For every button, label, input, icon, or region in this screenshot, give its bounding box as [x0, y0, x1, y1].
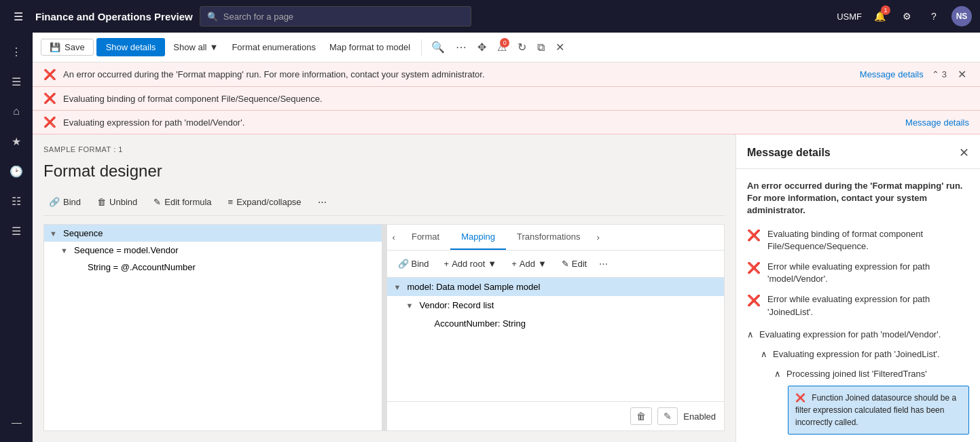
search-icon: 🔍 [207, 12, 218, 22]
error-close-btn[interactable]: ✕ [955, 68, 969, 81]
notification-icon-btn[interactable]: ⚠ 0 [493, 37, 511, 58]
sidebar-workspaces[interactable]: ☷ [3, 187, 30, 215]
status-text: Enabled [683, 411, 716, 422]
help-button[interactable]: ? [924, 7, 943, 26]
collapse-chevron-up-1: ∧ [747, 329, 754, 339]
rp-add-label: Add [520, 259, 535, 269]
tree-item-sequence[interactable]: ▼ Sequence [44, 225, 382, 242]
error-counter: ⌃ 3 [932, 69, 947, 79]
edit-icon: ✎ [153, 197, 161, 207]
message-details-link-1[interactable]: Message details [860, 69, 924, 79]
error-text-3: Evaluating expression for path 'model/Ve… [63, 117, 899, 128]
collapse-chevron-nested-2: ∧ [774, 369, 781, 379]
nav-right: USMF 🔔 1 ⚙ ? NS [837, 6, 972, 26]
link-icon: 🔗 [49, 197, 60, 207]
tree-item-string[interactable]: String = @.AccountNumber [44, 259, 382, 276]
error-row-2: ❌ Evaluating binding of format component… [33, 87, 980, 111]
settings-icon-btn[interactable]: ✥ [473, 37, 490, 58]
designer-area: SAMPLE FORMAT : 1 Format designer 🔗 Bind… [33, 134, 736, 442]
edit-formula-btn[interactable]: ✎ Edit formula [148, 194, 217, 210]
sidebar-list[interactable]: ☰ [3, 217, 30, 244]
msg-error-1: ❌ Evaluating binding of format component… [747, 228, 969, 253]
nested-processing-header[interactable]: ∧ Processing joined list 'FilteredTrans' [774, 366, 969, 382]
model-item-label-account: AccountNumber: String [435, 318, 526, 329]
map-format-button[interactable]: Map format to model [324, 38, 416, 56]
rp-edit-btn[interactable]: ✎ Edit [556, 256, 592, 272]
tree-item-sequence-vendor[interactable]: ▼ Sequence = model.Vendor [44, 242, 382, 259]
dropdown-arrow-2: ▼ [488, 259, 496, 269]
message-panel-title: Message details [747, 147, 831, 159]
msg-error-icon-2: ❌ [747, 261, 761, 274]
search-placeholder: Search for a page [223, 12, 293, 22]
model-item-root[interactable]: ▼ model: Data model Sample model [387, 278, 725, 296]
sidebar-filter[interactable]: ⸻ [3, 409, 30, 437]
sidebar-home-btn[interactable]: ⌂ [3, 98, 30, 125]
rp-bind-label: Bind [412, 259, 429, 269]
show-all-label: Show all [173, 42, 206, 52]
settings-button[interactable]: ⚙ [897, 7, 916, 26]
show-all-button[interactable]: Show all ▼ [168, 38, 223, 56]
model-item-accountnumber[interactable]: AccountNumber: String [387, 314, 725, 333]
rp-add-root-label: Add root [452, 259, 485, 269]
collapse-header-1[interactable]: ∧ Evaluating expression for path 'model/… [747, 327, 969, 342]
message-details-link-3[interactable]: Message details [905, 117, 969, 128]
search-icon-btn[interactable]: 🔍 [427, 37, 449, 58]
close-btn[interactable]: ✕ [551, 37, 568, 58]
toolbar-separator [421, 39, 422, 56]
msg-error-text-2: Error while evaluating expression for pa… [767, 261, 969, 285]
rp-add-root-btn[interactable]: + Add root ▼ [439, 256, 503, 272]
sidebar-recent[interactable]: 🕑 [3, 158, 30, 185]
sidebar-nav[interactable]: ☰ [3, 68, 30, 95]
tab-nav-left[interactable]: ‹ [387, 227, 401, 248]
expand-icon: ≡ [228, 197, 234, 207]
tab-transformations[interactable]: Transformations [506, 225, 591, 250]
msg-error-icon-1: ❌ [747, 229, 761, 242]
edit-pencil-btn[interactable]: ✎ [657, 407, 678, 425]
main-layout: ⋮ ☰ ⌂ ★ 🕑 ☷ ☰ ⸻ 💾 Save Show details Show… [0, 33, 980, 442]
more-options-designer[interactable]: ⋯ [312, 194, 332, 210]
edit-formula-label: Edit formula [164, 197, 211, 207]
rp-more-btn[interactable]: ⋯ [596, 256, 611, 272]
more-options-btn[interactable]: ⋯ [452, 37, 471, 58]
save-button[interactable]: 💾 Save [41, 39, 94, 56]
rp-add-btn[interactable]: + Add ▼ [506, 256, 552, 272]
tab-nav-right[interactable]: › [591, 227, 604, 248]
refresh-btn[interactable]: ↻ [513, 37, 530, 58]
plus-icon-2: + [511, 259, 517, 269]
highlight-box-wrapper: ❌ Function Joined datasource should be a… [774, 386, 969, 435]
avatar[interactable]: NS [951, 6, 972, 26]
region-label: USMF [837, 12, 862, 22]
tab-format[interactable]: Format [401, 225, 450, 250]
delete-icon-btn[interactable]: 🗑 [630, 407, 652, 425]
search-bar[interactable]: 🔍 Search for a page [200, 6, 471, 26]
edit-icon-2: ✎ [562, 259, 569, 269]
msg-error-text-3: Error while evaluating expression for pa… [767, 293, 969, 318]
collapse-label-nested: Evaluating expression for path 'JoinedLi… [773, 349, 940, 359]
expand-collapse-btn[interactable]: ≡ Expand/collapse [223, 194, 307, 210]
unbind-btn[interactable]: 🗑 Unbind [92, 194, 143, 210]
rp-toolbar: 🔗 Bind + Add root ▼ + Add ▼ [387, 251, 725, 278]
designer-toolbar: 🔗 Bind 🗑 Unbind ✎ Edit formula ≡ Expand/… [43, 189, 725, 216]
top-navigation: ☰ Finance and Operations Preview 🔍 Searc… [0, 0, 980, 33]
tree-item-label-string: String = @.AccountNumber [88, 262, 196, 272]
hamburger-menu[interactable]: ☰ [8, 10, 29, 23]
message-panel-close-btn[interactable]: ✕ [959, 145, 969, 160]
model-item-vendor[interactable]: ▼ Vendor: Record list [387, 296, 725, 314]
unbind-label: Unbind [109, 197, 137, 207]
sidebar-favorites[interactable]: ★ [3, 128, 30, 155]
sidebar-home[interactable]: ⋮ [3, 38, 30, 65]
collapse-header-nested[interactable]: ∧ Evaluating expression for path 'Joined… [761, 346, 969, 362]
model-item-label-root: model: Data model Sample model [407, 282, 541, 292]
notification-bell[interactable]: 🔔 1 [870, 7, 889, 26]
show-details-button[interactable]: Show details [96, 38, 166, 56]
open-btn[interactable]: ⧉ [533, 37, 549, 58]
expand-label: Expand/collapse [236, 197, 301, 207]
tab-mapping[interactable]: Mapping [450, 225, 506, 250]
counter-arrow-up[interactable]: ⌃ [932, 69, 939, 79]
msg-error-icon-3: ❌ [747, 294, 761, 307]
format-enumerations-button[interactable]: Format enumerations [226, 38, 321, 56]
error-text-1: An error occurred during the 'Format map… [63, 69, 853, 79]
bind-btn[interactable]: 🔗 Bind [43, 194, 86, 210]
message-intro-text: An error occurred during the 'Format map… [747, 180, 969, 217]
rp-bind-btn[interactable]: 🔗 Bind [393, 256, 435, 272]
